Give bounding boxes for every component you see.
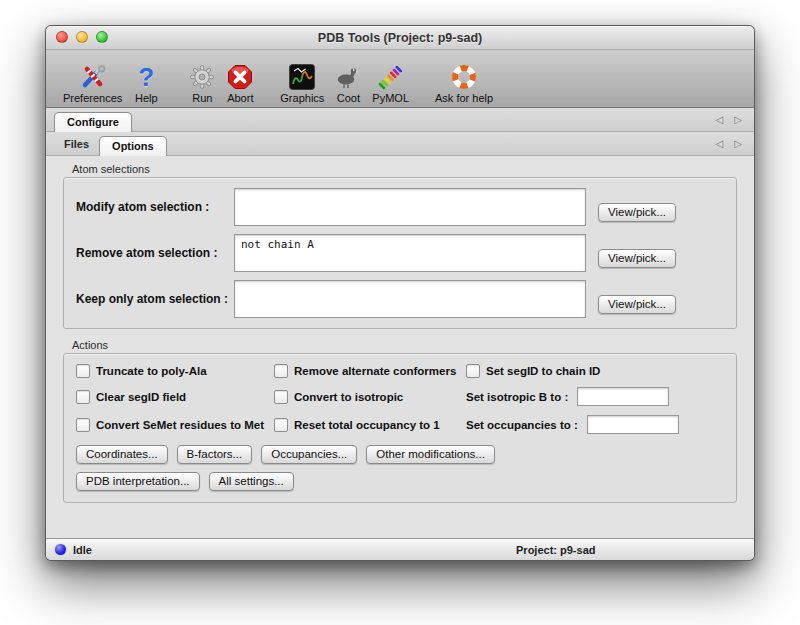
- tab-scroll-left-icon[interactable]: ◁: [716, 115, 724, 125]
- preferences-icon: [79, 63, 107, 91]
- b-factors-button[interactable]: B-factors...: [177, 445, 253, 464]
- app-window: PDB Tools (Project: p9-sad) Preferences …: [45, 25, 755, 561]
- checkbox-set-segid-to-chain-id[interactable]: Set segID to chain ID: [466, 364, 724, 378]
- zoom-button[interactable]: [96, 31, 108, 43]
- keep-only-selection-input[interactable]: [234, 280, 586, 318]
- set-isotropic-b-label: Set isotropic B to :: [466, 391, 568, 403]
- other-modifications-button[interactable]: Other modifications...: [366, 445, 495, 464]
- run-gear-icon: [188, 63, 216, 91]
- checkbox-icon: [76, 418, 90, 432]
- toolbar-item-ask-for-help[interactable]: Ask for help: [430, 63, 498, 104]
- toolbar-item-pymol[interactable]: PyMOL: [367, 63, 414, 104]
- tab-scroll-arrows: ◁ ▷: [716, 115, 742, 125]
- options-panel: Atom selections Modify atom selection : …: [46, 156, 754, 538]
- graphics-icon: [288, 63, 316, 91]
- remove-selection-row: Remove atom selection : not chain A View…: [64, 230, 736, 276]
- modify-selection-input[interactable]: [234, 188, 586, 226]
- set-isotropic-b-input[interactable]: [577, 387, 669, 406]
- checkbox-label: Convert SeMet residues to Met: [96, 419, 264, 431]
- tab-configure[interactable]: Configure: [54, 112, 132, 132]
- remove-selection-label: Remove atom selection :: [76, 246, 234, 260]
- tab-options[interactable]: Options: [99, 136, 167, 156]
- checkbox-label: Remove alternate conformers: [294, 365, 456, 377]
- abort-icon: [226, 63, 254, 91]
- checkbox-clear-segid-field[interactable]: Clear segID field: [76, 390, 274, 404]
- actions-button-row-2: PDB interpretation... All settings...: [64, 466, 736, 502]
- toolbar-label: Abort: [227, 92, 253, 104]
- toolbar-item-abort[interactable]: Abort: [221, 63, 259, 104]
- toolbar-label: Preferences: [63, 92, 122, 104]
- help-icon: ?: [132, 63, 160, 91]
- tab-scroll-left-icon[interactable]: ◁: [716, 139, 724, 149]
- checkbox-icon: [274, 418, 288, 432]
- tab-bar-main: Configure ◁ ▷: [46, 108, 754, 132]
- checkbox-label: Truncate to poly-Ala: [96, 365, 207, 377]
- window-title: PDB Tools (Project: p9-sad): [46, 31, 754, 45]
- checkbox-label: Convert to isotropic: [294, 391, 403, 403]
- checkbox-reset-total-occupancy[interactable]: Reset total occupancy to 1: [274, 418, 466, 432]
- close-button[interactable]: [56, 31, 68, 43]
- remove-selection-input[interactable]: not chain A: [234, 234, 586, 272]
- status-text: Idle: [73, 544, 92, 556]
- actions-group-title: Actions: [72, 339, 737, 351]
- all-settings-button[interactable]: All settings...: [209, 472, 294, 491]
- checkbox-remove-alternate-conformers[interactable]: Remove alternate conformers: [274, 364, 466, 378]
- checkbox-icon: [76, 364, 90, 378]
- toolbar: Preferences ? Help R: [46, 50, 754, 108]
- actions-group: Truncate to poly-Ala Remove alternate co…: [63, 353, 737, 503]
- modify-viewpick-button[interactable]: View/pick...: [598, 203, 676, 222]
- coot-bird-icon: [334, 63, 362, 91]
- actions-button-row-1: Coordinates... B-factors... Occupancies.…: [64, 440, 736, 466]
- title-bar: PDB Tools (Project: p9-sad): [46, 26, 754, 50]
- status-indicator-icon: [55, 544, 66, 555]
- project-label: Project: p9-sad: [516, 544, 595, 556]
- checkbox-label: Reset total occupancy to 1: [294, 419, 440, 431]
- status-bar: Idle Project: p9-sad: [46, 538, 754, 560]
- window-controls: [56, 31, 108, 43]
- toolbar-item-run[interactable]: Run: [183, 63, 221, 104]
- set-occupancies-label: Set occupancies to :: [466, 419, 578, 431]
- toolbar-item-coot[interactable]: Coot: [329, 63, 367, 104]
- tab-files[interactable]: Files: [54, 135, 99, 155]
- toolbar-label: Help: [135, 92, 158, 104]
- toolbar-label: Run: [192, 92, 212, 104]
- toolbar-label: Graphics: [280, 92, 324, 104]
- checkbox-convert-semet-to-met[interactable]: Convert SeMet residues to Met: [76, 418, 274, 432]
- checkbox-icon: [466, 364, 480, 378]
- pymol-icon: [377, 63, 405, 91]
- checkbox-icon: [274, 390, 288, 404]
- occupancies-button[interactable]: Occupancies...: [261, 445, 357, 464]
- set-isotropic-b-field: Set isotropic B to :: [466, 387, 724, 406]
- tab-scroll-right-icon[interactable]: ▷: [734, 115, 742, 125]
- coordinates-button[interactable]: Coordinates...: [76, 445, 168, 464]
- keep-only-viewpick-button[interactable]: View/pick...: [598, 295, 676, 314]
- toolbar-item-help[interactable]: ? Help: [127, 63, 165, 104]
- set-occupancies-field: Set occupancies to :: [466, 415, 724, 434]
- toolbar-item-preferences[interactable]: Preferences: [58, 63, 127, 104]
- toolbar-label: Ask for help: [435, 92, 493, 104]
- tab-scroll-arrows: ◁ ▷: [716, 139, 742, 149]
- tab-bar-sub: Files Options ◁ ▷: [46, 132, 754, 156]
- pdb-interpretation-button[interactable]: PDB interpretation...: [76, 472, 200, 491]
- checkbox-icon: [274, 364, 288, 378]
- checkbox-label: Clear segID field: [96, 391, 186, 403]
- toolbar-label: PyMOL: [372, 92, 409, 104]
- atom-selections-group: Modify atom selection : View/pick... Rem…: [63, 177, 737, 329]
- checkbox-label: Set segID to chain ID: [486, 365, 600, 377]
- checkbox-truncate-poly-ala[interactable]: Truncate to poly-Ala: [76, 364, 274, 378]
- keep-only-selection-label: Keep only atom selection :: [76, 292, 234, 306]
- modify-selection-label: Modify atom selection :: [76, 200, 234, 214]
- lifebuoy-icon: [450, 63, 478, 91]
- keep-only-selection-row: Keep only atom selection : View/pick...: [64, 276, 736, 328]
- toolbar-item-graphics[interactable]: Graphics: [275, 63, 329, 104]
- minimize-button[interactable]: [76, 31, 88, 43]
- set-occupancies-input[interactable]: [587, 415, 679, 434]
- toolbar-label: Coot: [337, 92, 360, 104]
- modify-selection-row: Modify atom selection : View/pick...: [64, 178, 736, 230]
- checkbox-icon: [76, 390, 90, 404]
- atom-selections-group-title: Atom selections: [72, 163, 737, 175]
- remove-viewpick-button[interactable]: View/pick...: [598, 249, 676, 268]
- tab-scroll-right-icon[interactable]: ▷: [734, 139, 742, 149]
- checkbox-convert-to-isotropic[interactable]: Convert to isotropic: [274, 390, 466, 404]
